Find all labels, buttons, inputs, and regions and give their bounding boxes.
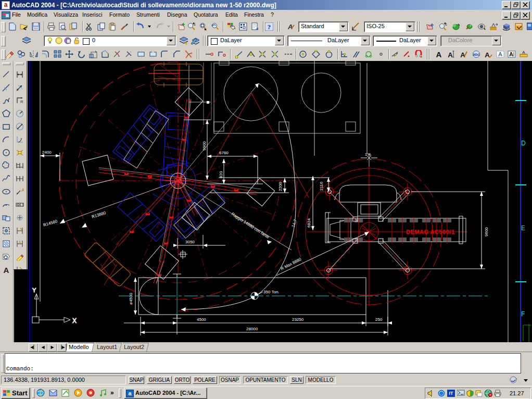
svg-text:E: E bbox=[521, 225, 525, 232]
svg-text:?: ? bbox=[268, 23, 271, 31]
svg-text:1: 1 bbox=[22, 203, 24, 207]
svg-text:A: A bbox=[522, 50, 525, 55]
svg-text:6824: 6824 bbox=[307, 218, 311, 228]
svg-text:A: A bbox=[19, 240, 21, 244]
svg-text:A: A bbox=[448, 51, 453, 58]
svg-text:2200: 2200 bbox=[278, 182, 283, 191]
svg-text:1%: 1% bbox=[365, 152, 371, 157]
svg-text:A: A bbox=[436, 50, 442, 58]
svg-text:Y: Y bbox=[32, 287, 36, 293]
svg-text:4500: 4500 bbox=[197, 317, 206, 322]
svg-text:A: A bbox=[460, 51, 465, 58]
svg-text:R: R bbox=[20, 99, 23, 104]
svg-text:DEMAG AC500/1: DEMAG AC500/1 bbox=[406, 229, 455, 235]
svg-text:2116: 2116 bbox=[319, 181, 324, 191]
svg-text:A: A bbox=[498, 51, 502, 57]
svg-text:A: A bbox=[21, 188, 24, 193]
svg-text:X: X bbox=[72, 317, 77, 325]
svg-text:350 Ton.: 350 Ton. bbox=[263, 290, 280, 294]
svg-text:820: 820 bbox=[219, 171, 223, 178]
svg-text:9900: 9900 bbox=[202, 141, 207, 151]
svg-text:250: 250 bbox=[375, 317, 383, 322]
svg-text:F: F bbox=[521, 310, 525, 318]
svg-text:9600: 9600 bbox=[484, 227, 489, 236]
svg-text:3050: 3050 bbox=[185, 240, 195, 244]
svg-text:2400: 2400 bbox=[42, 150, 52, 155]
svg-text:A: A bbox=[509, 51, 513, 57]
svg-text:abc: abc bbox=[473, 52, 480, 57]
svg-text:23250: 23250 bbox=[292, 317, 304, 322]
svg-text:A: A bbox=[4, 266, 9, 274]
svg-text:6760: 6760 bbox=[219, 151, 229, 155]
svg-text:D: D bbox=[521, 140, 526, 147]
svg-text:A: A bbox=[287, 23, 293, 31]
svg-text:ø4500: ø4500 bbox=[129, 293, 133, 305]
svg-text:28000: 28000 bbox=[246, 327, 258, 331]
